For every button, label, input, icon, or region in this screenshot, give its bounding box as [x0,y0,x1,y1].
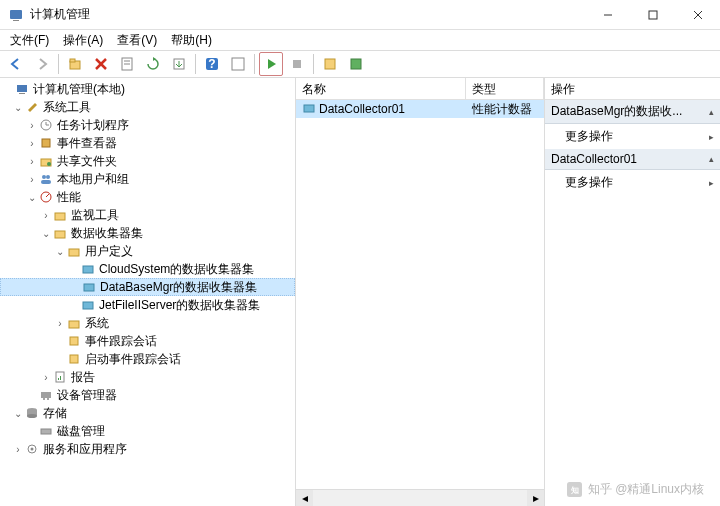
tree-services[interactable]: › 服务和应用程序 [0,440,295,458]
menu-view[interactable]: 查看(V) [111,30,163,51]
toolbar-separator [58,54,59,74]
tree-root[interactable]: 计算机管理(本地) [0,80,295,98]
list-cell-type: 性能计数器 [466,100,544,119]
svg-text:?: ? [208,57,215,71]
tree-reports[interactable]: › 报告 [0,368,295,386]
menu-file[interactable]: 文件(F) [4,30,55,51]
folder-icon [52,225,68,241]
column-type[interactable]: 类型 [466,78,544,99]
expand-icon[interactable]: › [54,318,66,329]
toolbar-separator [195,54,196,74]
report-icon [52,369,68,385]
trace-icon [66,333,82,349]
action-group[interactable]: DataCollector01 ▴ [545,149,720,170]
tree-scheduler[interactable]: › 任务计划程序 [0,116,295,134]
tree-trace[interactable]: 事件跟踪会话 [0,332,295,350]
chevron-right-icon: ▸ [709,132,714,142]
expand-icon[interactable]: › [26,138,38,149]
expand-icon[interactable]: › [26,156,38,167]
toolbar-separator [254,54,255,74]
expand-icon[interactable]: › [26,120,38,131]
tree-userdef[interactable]: ⌄ 用户定义 [0,242,295,260]
stop-button[interactable] [285,52,309,76]
expand-icon[interactable]: › [40,210,52,221]
titlebar: 计算机管理 [0,0,720,30]
tree-dcs-item[interactable]: JetFileIIServer的数据收集器集 [0,296,295,314]
svg-rect-17 [293,60,301,68]
chevron-up-icon[interactable]: ▴ [709,154,714,164]
refresh-button[interactable] [141,52,165,76]
tree-diskmgr[interactable]: 磁盘管理 [0,422,295,440]
collapse-icon[interactable]: ⌄ [26,192,38,203]
list-row[interactable]: DataCollector01 性能计数器 [296,100,544,118]
toolbar-button-extra1[interactable] [318,52,342,76]
maximize-button[interactable] [630,0,675,30]
up-button[interactable] [63,52,87,76]
toolbar-separator [313,54,314,74]
tree-eventviewer[interactable]: › 事件查看器 [0,134,295,152]
tree-dcs-item-selected[interactable]: DataBaseMgr的数据收集器集 [0,278,295,296]
action-more[interactable]: 更多操作 ▸ [545,170,720,195]
scroll-right-icon[interactable]: ▸ [527,490,544,507]
app-icon [8,7,24,23]
forward-button[interactable] [30,52,54,76]
collector-icon [80,297,96,313]
export-button[interactable] [167,52,191,76]
tree-storage[interactable]: ⌄ 存储 [0,404,295,422]
expand-icon[interactable]: › [26,174,38,185]
list-body[interactable]: DataCollector01 性能计数器 [296,100,544,489]
trace-icon [66,351,82,367]
tree-dcs-item[interactable]: CloudSystem的数据收集器集 [0,260,295,278]
svg-rect-51 [41,429,51,434]
collapse-icon[interactable]: ⌄ [12,408,24,419]
tree-system[interactable]: › 系统 [0,314,295,332]
tree-devmgr[interactable]: 设备管理器 [0,386,295,404]
svg-rect-21 [19,93,25,94]
collapse-icon[interactable]: ⌄ [40,228,52,239]
folder-icon [66,243,82,259]
svg-rect-18 [325,59,335,69]
expand-icon[interactable]: › [40,372,52,383]
toolbar-button-extra2[interactable] [344,52,368,76]
svg-rect-3 [649,11,657,19]
tree-monitor[interactable]: › 监视工具 [0,206,295,224]
start-button[interactable] [259,52,283,76]
folder-icon [66,315,82,331]
action-more[interactable]: 更多操作 ▸ [545,124,720,149]
delete-button[interactable] [89,52,113,76]
expand-icon[interactable]: › [12,444,24,455]
help-button[interactable]: ? [200,52,224,76]
window-title: 计算机管理 [30,6,585,23]
chevron-right-icon: ▸ [709,178,714,188]
tree-users[interactable]: › 本地用户和组 [0,170,295,188]
svg-rect-43 [58,378,59,380]
svg-rect-34 [55,231,65,238]
close-button[interactable] [675,0,720,30]
svg-point-47 [47,398,49,400]
horizontal-scrollbar[interactable]: ◂ ▸ [296,489,544,506]
minimize-button[interactable] [585,0,630,30]
menu-help[interactable]: 帮助(H) [165,30,218,51]
chevron-up-icon[interactable]: ▴ [709,107,714,117]
back-button[interactable] [4,52,28,76]
collapse-icon[interactable]: ⌄ [54,246,66,257]
tree-systools[interactable]: ⌄ 系统工具 [0,98,295,116]
tree-starttrace[interactable]: 启动事件跟踪会话 [0,350,295,368]
event-icon [38,135,54,151]
folder-icon [52,207,68,223]
tools-icon [24,99,40,115]
tree-perf[interactable]: ⌄ 性能 [0,188,295,206]
svg-rect-20 [17,85,27,92]
menu-action[interactable]: 操作(A) [57,30,109,51]
scroll-left-icon[interactable]: ◂ [296,490,313,507]
toolbar-button[interactable] [226,52,250,76]
tree-dcs[interactable]: ⌄ 数据收集器集 [0,224,295,242]
column-name[interactable]: 名称 [296,78,466,99]
actions-body: DataBaseMgr的数据收... ▴ 更多操作 ▸ DataCollecto… [545,100,720,506]
action-group[interactable]: DataBaseMgr的数据收... ▴ [545,100,720,124]
tree-panel[interactable]: 计算机管理(本地) ⌄ 系统工具 › 任务计划程序 › 事件查看器 › 共享文件… [0,78,296,506]
tree-shared[interactable]: › 共享文件夹 [0,152,295,170]
users-icon [38,171,54,187]
collapse-icon[interactable]: ⌄ [12,102,24,113]
properties-button[interactable] [115,52,139,76]
